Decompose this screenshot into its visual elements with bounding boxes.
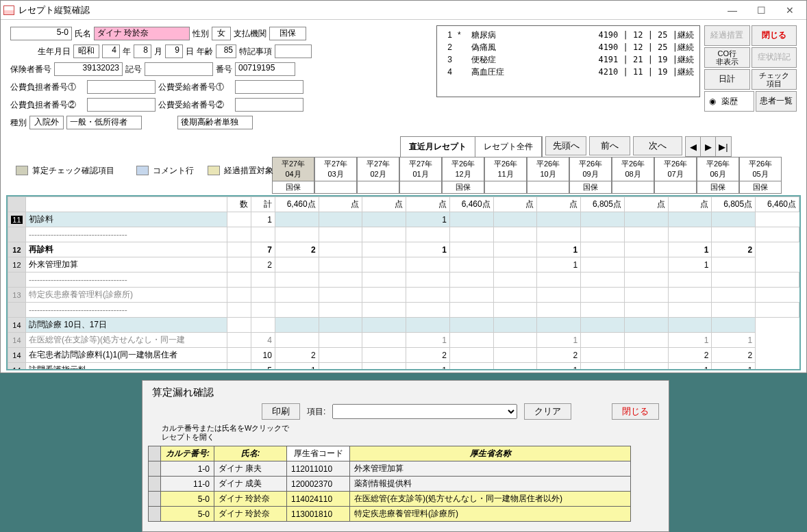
month-header[interactable]: 平26年12月 [442, 157, 484, 181]
pub1-field[interactable] [87, 80, 156, 94]
number-field[interactable]: 00719195 [235, 62, 295, 76]
next-button[interactable]: 次へ [633, 136, 682, 155]
table-row[interactable]: 14在宅患者訪問診療料(1)1(同一建物居住者1022222 [8, 348, 799, 363]
month-header[interactable]: 平26年08月 [612, 157, 654, 181]
sub-h3: 厚生省コード [287, 446, 350, 461]
print-button[interactable]: 印刷 [262, 403, 300, 420]
month-header[interactable]: 平27年01月 [399, 157, 442, 181]
sex-label: 性別 [193, 28, 209, 40]
app-icon [3, 5, 14, 15]
special-label: 特記事項 [239, 46, 272, 58]
symbol-field[interactable] [145, 62, 213, 76]
keika-button[interactable]: 経過措置 [704, 25, 750, 46]
insurance-header [654, 181, 697, 194]
titlebar: レセプト縦覧確認 — ☐ ✕ [1, 1, 806, 20]
total-cell: 点 [537, 197, 581, 212]
receipt-data-grid[interactable]: 数計6,460点点点点6,460点点点6,805点点点6,805点6,460点1… [6, 195, 801, 370]
diag-num: 1 [443, 30, 452, 40]
yakureki-radio[interactable]: ◉ 薬歴 [704, 91, 754, 112]
daily-total-button[interactable]: 日計 [704, 69, 750, 90]
patient-id-field[interactable]: 5-0 [10, 27, 72, 40]
name-label: 氏名 [75, 28, 91, 40]
table-row[interactable]: ------------------------------------ [8, 273, 799, 288]
arrow-end-icon[interactable]: ▶| [716, 137, 731, 156]
item-select[interactable] [332, 404, 517, 419]
number-label: 番号 [216, 64, 232, 75]
insurer-field[interactable]: 39132023 [54, 62, 123, 76]
kind3-field[interactable]: 後期高齢者単独 [177, 116, 253, 129]
insurer-label: 保険者番号 [10, 64, 51, 75]
pub2-field[interactable] [87, 98, 156, 112]
maximize-button[interactable]: ☐ [747, 2, 775, 18]
birth-year-field[interactable]: 4 [102, 45, 120, 58]
month-header[interactable]: 平26年07月 [654, 157, 697, 181]
special-field[interactable] [275, 45, 312, 58]
table-row[interactable]: 12再診料721112 [8, 242, 799, 257]
close-form-button[interactable]: 閉じる [752, 25, 797, 46]
legend-keika-label: 経過措置対象 [224, 165, 273, 177]
total-cell: 点 [406, 197, 450, 212]
minimize-button[interactable]: — [719, 2, 746, 18]
sub-table-row[interactable]: 5-0ダイナ 玲於奈114024110在医総管(在支診等)(処方せんなし・同一建… [149, 492, 631, 507]
rec1-field[interactable] [235, 80, 303, 94]
legend-swatch-comment [136, 166, 149, 175]
name-field[interactable]: ダイナ 玲於奈 [94, 27, 190, 40]
sub-table-row[interactable]: 1-0ダイナ 康夫112011010外来管理加算 [149, 461, 631, 477]
month-header[interactable]: 平26年11月 [484, 157, 527, 181]
month-header[interactable]: 平27年02月 [357, 157, 399, 181]
rec2-field[interactable] [235, 98, 303, 112]
birth-day-field[interactable]: 9 [165, 45, 183, 58]
table-row[interactable]: 14在医総管(在支診等)(処方せんなし・同一建41111 [8, 333, 799, 348]
diag-codes: 4190 | 12 | 25 |継続 [598, 29, 694, 41]
diagnosis-list[interactable]: 1 * 糖尿病 4190 | 12 | 25 |継続2 偽痛風 4190 | 1… [436, 25, 700, 97]
sub-table-row[interactable]: 5-0ダイナ 玲於奈113001810特定疾患療養管理料(診療所) [149, 507, 631, 522]
table-row[interactable]: 11初診料11 [8, 212, 799, 227]
month-header[interactable]: 平26年09月 [569, 157, 612, 181]
month-header[interactable]: 平26年10月 [527, 157, 569, 181]
diag-name: 便秘症 [471, 54, 593, 66]
month-header[interactable]: 平26年06月 [697, 157, 739, 181]
prev-button[interactable]: 前へ [589, 136, 630, 155]
total-header: 計 [251, 197, 275, 212]
symbol-label: 記号 [125, 64, 142, 75]
arrow-right-icon[interactable]: ▶ [701, 137, 716, 156]
age-field[interactable]: 85 [216, 45, 236, 58]
co-line-button[interactable]: CO行非表示 [704, 47, 750, 68]
sub-close-button[interactable]: 閉じる [612, 403, 659, 420]
close-button[interactable]: ✕ [776, 2, 804, 18]
right-button-panel: 経過措置 閉じる CO行非表示 症状詳記 日計 チェック項目 ◉ 薬歴 患者一覧 [704, 25, 797, 132]
table-row[interactable]: ------------------------------------ [8, 303, 799, 318]
pub2-label: 公費負担者番号② [10, 99, 84, 111]
yakureki-label: 薬歴 [721, 96, 738, 107]
sub-h2: 氏名: [214, 446, 287, 461]
patient-list-button[interactable]: 患者一覧 [756, 91, 797, 112]
table-row[interactable]: 14訪問診療 10日、17日 [8, 318, 799, 333]
month-header[interactable]: 平27年03月 [314, 157, 357, 181]
sex-field[interactable]: 女 [212, 27, 231, 40]
table-row[interactable]: 12外来管理加算211 [8, 257, 799, 273]
kind1-field[interactable]: 入院外 [29, 116, 64, 129]
tab-recent-month[interactable]: 直近月レセプト [401, 137, 475, 157]
symptom-detail-button[interactable]: 症状詳記 [752, 47, 797, 68]
table-row[interactable]: 13特定疾患療養管理料(診療所) [8, 288, 799, 303]
arrow-left-icon[interactable]: ◀ [686, 137, 701, 156]
era-field[interactable]: 昭和 [73, 45, 99, 58]
check-items-button[interactable]: チェック項目 [752, 69, 797, 90]
clear-button[interactable]: クリア [524, 403, 571, 420]
tab-all-receipts[interactable]: レセプト全件 [475, 137, 542, 157]
birth-month-field[interactable]: 8 [134, 45, 151, 58]
pub1-label: 公費負担者番号① [10, 81, 84, 93]
month-header[interactable]: 平27年04月 [272, 157, 314, 181]
diag-name: 高血圧症 [471, 66, 593, 78]
sub-table-row[interactable]: 11-0ダイナ 成美120002370薬剤情報提供料 [149, 477, 631, 492]
table-row[interactable]: ------------------------------------ [8, 227, 799, 242]
insurance-header [612, 181, 654, 194]
insurance-header: 国保 [569, 181, 612, 194]
kind2-field[interactable]: 一般・低所得者 [66, 116, 142, 129]
payer-field[interactable]: 国保 [269, 27, 306, 40]
month-header[interactable]: 平26年05月 [739, 157, 782, 181]
table-row[interactable]: 14訪問看護指示料511111 [8, 363, 799, 371]
sub-grid[interactable]: カルテ番号:氏名:厚生省コード厚生省名称1-0ダイナ 康夫112011010外来… [148, 446, 631, 522]
first-button[interactable]: 先頭へ [545, 136, 586, 155]
item-label: 項目: [307, 406, 325, 418]
